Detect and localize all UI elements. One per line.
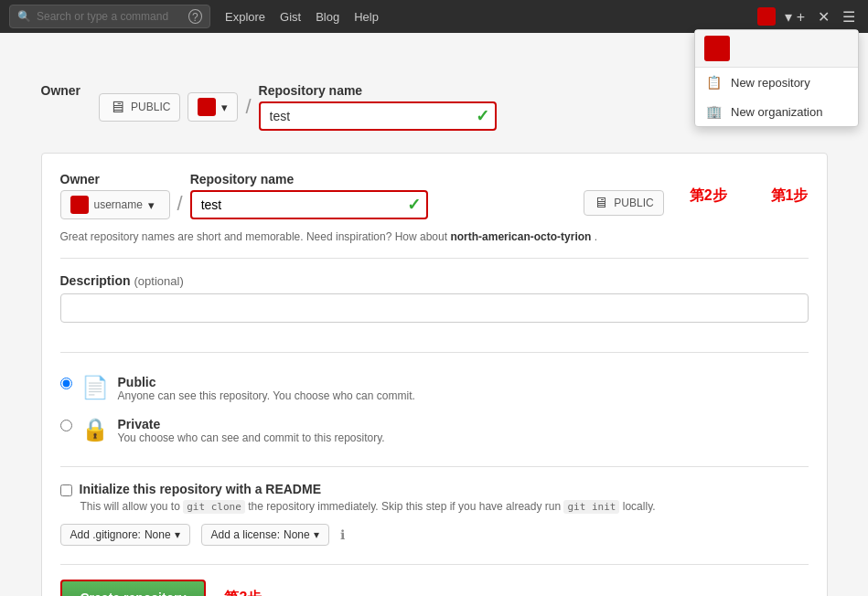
suggestion-text: Great repository names are short and mem… <box>60 230 809 243</box>
new-repository-label: New repository <box>731 76 810 90</box>
topnav-links: Explore Gist Blog Help <box>225 10 379 24</box>
license-chevron: ▾ <box>314 528 319 541</box>
explore-link[interactable]: Explore <box>225 10 265 24</box>
lock-icon: 🖥 <box>594 195 608 211</box>
repo-icon: 📋 <box>706 75 722 90</box>
public-text: PUBLIC <box>614 197 653 209</box>
user-avatar <box>757 7 776 26</box>
license-label: Add a license: <box>211 528 280 541</box>
divider-2 <box>60 352 809 353</box>
gitignore-chevron: ▾ <box>175 528 180 541</box>
top-navigation: 🔍 ? Explore Gist Blog Help ▾ + ✕ ☰ 📋 New… <box>0 0 868 33</box>
description-input[interactable] <box>60 293 809 323</box>
dropdown-avatar <box>704 36 730 61</box>
step2-tag: 第2步 <box>690 186 727 206</box>
blog-link[interactable]: Blog <box>316 10 339 24</box>
owner-dropdown[interactable]: username ▾ <box>60 190 170 219</box>
divider-3 <box>60 466 809 467</box>
repo-name-label: Repository name <box>259 83 497 98</box>
public-option: 📄 Public Anyone can see this repository.… <box>60 367 809 410</box>
gitignore-dropdown[interactable]: Add .gitignore: None ▾ <box>60 524 190 546</box>
settings-icon[interactable]: ✕ <box>814 6 833 27</box>
private-option: 🔒 Private You choose who can see and com… <box>60 410 809 452</box>
step3-annotation: 第3步 <box>224 589 262 597</box>
owner-label: Owner <box>41 83 81 98</box>
public-label: Public <box>118 375 415 389</box>
input-checkmark: ✓ <box>407 195 421 215</box>
search-input[interactable] <box>37 10 183 23</box>
repo-name-section-label: Repository name <box>190 172 577 186</box>
git-clone-code: git clone <box>183 500 245 514</box>
license-dropdown[interactable]: Add a license: None ▾ <box>201 524 329 546</box>
public-badge-label: PUBLIC <box>131 101 170 113</box>
help-icon[interactable]: ? <box>188 9 202 24</box>
slash-2: / <box>177 192 183 219</box>
new-organization-label: New organization <box>731 105 822 119</box>
info-icon[interactable]: ℹ <box>340 527 345 542</box>
create-repository-button[interactable]: Create repository <box>60 580 207 596</box>
search-icon: 🔍 <box>17 10 31 23</box>
repo-name-input[interactable] <box>259 101 497 131</box>
owner-section-label: Owner <box>60 172 170 186</box>
public-radio[interactable] <box>60 378 72 389</box>
git-init-code: git init <box>563 500 619 514</box>
private-repo-icon: 🔒 <box>81 417 109 442</box>
init-row: Initialize this repository with a README <box>60 482 809 496</box>
slash-separator: / <box>245 95 251 119</box>
visibility-options: 📄 Public Anyone can see this repository.… <box>60 367 809 452</box>
repo-name-wrapper: ✓ <box>259 101 497 131</box>
init-label: Initialize this repository with a README <box>80 482 321 496</box>
owner-chevron: ▾ <box>148 198 155 212</box>
suggestion-name: north-american-octo-tyrion <box>450 230 591 243</box>
repo-input-main[interactable] <box>190 190 428 219</box>
extra-options: Add .gitignore: None ▾ Add a license: No… <box>60 524 809 546</box>
dropdown-header <box>695 30 858 68</box>
public-desc: Anyone can see this repository. You choo… <box>118 389 415 402</box>
owner-select[interactable]: ▾ <box>188 92 238 122</box>
checkmark-icon: ✓ <box>476 106 489 126</box>
divider-1 <box>60 258 809 259</box>
search-box[interactable]: 🔍 ? <box>9 5 210 28</box>
private-label: Private <box>118 417 385 431</box>
divider-4 <box>60 564 809 565</box>
description-label: Description (optional) <box>60 273 809 288</box>
private-desc: You choose who can see and commit to thi… <box>118 431 385 444</box>
topnav-right: ▾ + ✕ ☰ <box>757 6 859 27</box>
init-checkbox[interactable] <box>60 484 72 496</box>
owner-name: username <box>94 198 143 211</box>
gitignore-label: Add .gitignore: <box>70 528 141 541</box>
new-organization-item[interactable]: 🏢 New organization <box>695 97 858 126</box>
owner-avatar <box>198 98 216 116</box>
new-repository-item[interactable]: 📋 New repository <box>695 68 858 97</box>
private-radio[interactable] <box>60 420 72 431</box>
gitignore-value: None <box>145 528 171 541</box>
owner-avatar-2 <box>70 196 89 214</box>
org-icon: 🏢 <box>706 104 722 119</box>
plus-icon[interactable]: ▾ + <box>781 6 809 27</box>
chevron-icon: ▾ <box>221 101 228 114</box>
init-desc: This will allow you to git clone the rep… <box>80 500 809 513</box>
notifications-icon[interactable]: ☰ <box>839 6 859 27</box>
public-icon: 🖥 <box>109 98 125 117</box>
public-badge-2: 🖥 PUBLIC <box>584 190 663 216</box>
public-repo-icon: 📄 <box>81 375 109 400</box>
public-badge: 🖥 PUBLIC <box>99 93 180 122</box>
create-button-row: Create repository 第3步 <box>60 580 809 596</box>
initialize-section: Initialize this repository with a README… <box>60 482 809 546</box>
step1-tag: 第1步 <box>771 186 809 206</box>
dropdown-menu: 📋 New repository 🏢 New organization <box>694 29 859 127</box>
license-value: None <box>284 528 310 541</box>
help-link[interactable]: Help <box>354 10 379 24</box>
gist-link[interactable]: Gist <box>280 10 301 24</box>
